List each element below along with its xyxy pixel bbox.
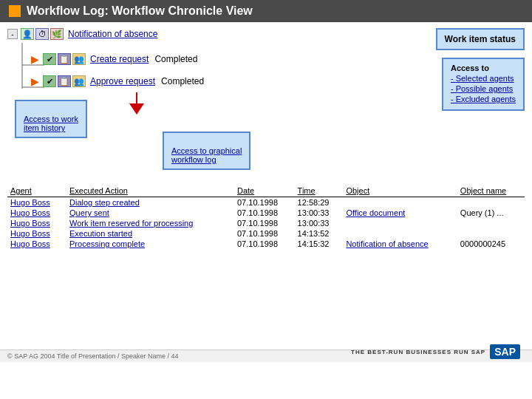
cell-object_name [457, 228, 525, 239]
child2-node-icons: ✔ 📋 👥 [43, 75, 86, 87]
selected-agents-link[interactable]: - Selected agents [451, 74, 516, 83]
cell-date: 07.10.1998 [234, 228, 295, 239]
child1-status: Completed [154, 54, 197, 64]
table-body: Hugo BossDialog step created07.10.199812… [7, 197, 525, 250]
page-title: Workflow Log: Workflow Chronicle View [27, 4, 253, 18]
root-node: - 👤 ⏱ 🌿 Notification of absence [7, 28, 157, 40]
col-date[interactable]: Date [234, 185, 295, 197]
cell-object_name [457, 218, 525, 228]
cell-time: 14:15:32 [295, 239, 344, 249]
cell-time: 13:00:33 [295, 218, 344, 228]
table-row: Hugo BossExecution started07.10.199814:1… [7, 228, 525, 239]
log-table-section: Agent Executed Action Date Time Object O… [0, 185, 532, 338]
cell-object [343, 218, 457, 228]
cell-date: 07.10.1998 [234, 197, 295, 208]
arrow-icon-child2: ▶ [30, 76, 40, 86]
blue-icon-2: 📋 [58, 75, 71, 87]
cell-object_name: 0000000245 [457, 239, 525, 249]
cell-agent[interactable]: Hugo Boss [7, 208, 66, 218]
cell-agent[interactable]: Hugo Boss [7, 228, 66, 239]
work-item-status-box: Work item status [436, 28, 525, 50]
footer: © SAP AG 2004 Title of Presentation / Sp… [0, 349, 532, 362]
sap-logo: SAP [490, 344, 520, 359]
col-action[interactable]: Executed Action [66, 185, 234, 197]
svg-marker-3 [129, 103, 144, 115]
col-object-name[interactable]: Object name [457, 185, 525, 197]
access-agents-title: Access to [451, 64, 516, 72]
table-header-row: Agent Executed Action Date Time Object O… [7, 185, 525, 197]
child2-label[interactable]: Approve request [90, 76, 155, 86]
child1-node: ▶ ✔ 📋 👥 Create request Completed [30, 53, 197, 65]
header: Workflow Log: Workflow Chronicle View [0, 0, 532, 22]
cell-date: 07.10.1998 [234, 208, 295, 218]
cell-action[interactable]: Query sent [66, 208, 234, 218]
col-time[interactable]: Time [295, 185, 344, 197]
main-area: - 👤 ⏱ 🌿 Notification of absence ▶ ✔ 📋 👥 … [0, 22, 532, 362]
tree-icon: 🌿 [50, 28, 64, 40]
expand-icon-root[interactable]: - [7, 29, 18, 39]
person-icon: 👤 [21, 28, 34, 40]
access-history-label: Access to work item history [24, 115, 78, 132]
arrow-icon-child1: ▶ [30, 54, 40, 64]
work-item-status-label: Work item status [445, 34, 516, 44]
possible-agents-link[interactable]: - Possible agents [451, 84, 516, 93]
cell-object[interactable]: Notification of absence [343, 239, 457, 249]
yellow-icon-2: 👥 [72, 75, 86, 87]
cell-date: 07.10.1998 [234, 218, 295, 228]
table-row: Hugo BossQuery sent07.10.199813:00:33Off… [7, 208, 525, 218]
access-graphical-label: Access to graphical workflow log [171, 146, 242, 164]
cell-agent[interactable]: Hugo Boss [7, 239, 66, 249]
cell-time: 13:00:33 [295, 208, 344, 218]
sap-tagline: THE BEST-RUN BUSINESSES RUN SAP [351, 349, 485, 355]
cell-action[interactable]: Work item reserved for processing [66, 218, 234, 228]
clock-icon: ⏱ [35, 28, 49, 40]
access-history-box[interactable]: Access to work item history [15, 100, 87, 138]
child1-node-icons: ✔ 📋 👥 [43, 53, 86, 65]
access-agents-box: Access to - Selected agents - Possible a… [442, 58, 525, 111]
log-table: Agent Executed Action Date Time Object O… [7, 185, 525, 249]
yellow-icon-1: 👥 [72, 53, 86, 65]
cell-action[interactable]: Processing complete [66, 239, 234, 249]
table-row: Hugo BossDialog step created07.10.199812… [7, 197, 525, 208]
col-agent[interactable]: Agent [7, 185, 66, 197]
cell-date: 07.10.1998 [234, 239, 295, 249]
cell-object[interactable]: Office document [343, 208, 457, 218]
header-icon [9, 5, 21, 17]
excluded-agents-link[interactable]: - Excluded agents [451, 95, 516, 103]
table-row: Hugo BossWork item reserved for processi… [7, 218, 525, 228]
col-object[interactable]: Object [343, 185, 457, 197]
child2-status: Completed [161, 76, 204, 86]
cell-agent[interactable]: Hugo Boss [7, 197, 66, 208]
cell-time: 14:13:52 [295, 228, 344, 239]
cell-object_name: Query (1) ... [457, 208, 525, 218]
root-node-label[interactable]: Notification of absence [68, 29, 157, 39]
cell-object [343, 228, 457, 239]
cell-object_name [457, 197, 525, 208]
cell-agent[interactable]: Hugo Boss [7, 218, 66, 228]
child1-label[interactable]: Create request [90, 54, 149, 64]
cell-object [343, 197, 457, 208]
green-icon-1: ✔ [43, 53, 56, 65]
blue-icon-1: 📋 [58, 53, 71, 65]
cell-action[interactable]: Dialog step created [66, 197, 234, 208]
footer-copyright: © SAP AG 2004 Title of Presentation / Sp… [7, 352, 179, 360]
green-icon-2: ✔ [43, 75, 56, 87]
access-graphical-box[interactable]: Access to graphical workflow log [163, 132, 250, 170]
cell-action[interactable]: Execution started [66, 228, 234, 239]
cell-time: 12:58:29 [295, 197, 344, 208]
sap-logo-area: THE BEST-RUN BUSINESSES RUN SAP SAP [351, 344, 520, 359]
root-node-icons: 👤 ⏱ 🌿 [21, 28, 64, 40]
table-row: Hugo BossProcessing complete07.10.199814… [7, 239, 525, 249]
child2-node: ▶ ✔ 📋 👥 Approve request Completed [30, 75, 204, 87]
